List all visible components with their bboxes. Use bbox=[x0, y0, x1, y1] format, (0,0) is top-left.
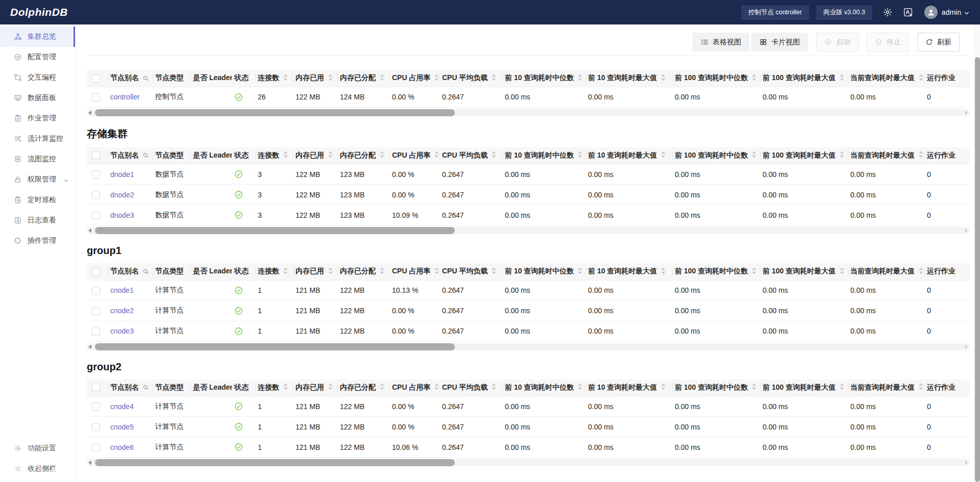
sort-icon[interactable] bbox=[283, 150, 288, 160]
column-header[interactable]: 前 10 查询耗时最大值 bbox=[586, 147, 673, 164]
sort-icon[interactable] bbox=[491, 267, 497, 276]
select-all-checkbox[interactable] bbox=[92, 151, 100, 160]
row-checkbox[interactable] bbox=[92, 211, 100, 219]
language-custom-icon[interactable] bbox=[903, 7, 913, 17]
sort-icon[interactable] bbox=[491, 73, 497, 83]
sidebar-item-stream-computing-monitor[interactable]: 流计算监控 bbox=[0, 129, 75, 149]
card-view-button[interactable]: 卡片视图 bbox=[751, 33, 808, 52]
sort-icon[interactable] bbox=[751, 267, 757, 276]
select-all-checkbox[interactable] bbox=[92, 384, 100, 392]
select-all-checkbox[interactable] bbox=[92, 268, 100, 276]
sort-icon[interactable] bbox=[839, 383, 845, 392]
username-label[interactable]: admin bbox=[942, 8, 961, 16]
sort-icon[interactable] bbox=[434, 73, 439, 83]
user-avatar[interactable] bbox=[924, 6, 938, 19]
sort-icon[interactable] bbox=[491, 383, 497, 392]
table-view-button[interactable]: 表格视图 bbox=[693, 33, 749, 52]
sort-icon[interactable] bbox=[918, 73, 924, 83]
sort-icon[interactable] bbox=[434, 267, 439, 276]
sort-icon[interactable] bbox=[379, 150, 385, 160]
column-header[interactable]: 前 10 查询耗时最大值 bbox=[586, 263, 673, 280]
sort-icon[interactable] bbox=[751, 383, 757, 392]
column-header[interactable]: 前 10 查询耗时最大值 bbox=[586, 379, 673, 396]
sidebar-item-stream-graph-monitor[interactable]: 流图监控 bbox=[0, 149, 75, 169]
vertical-scrollbar-track[interactable] bbox=[974, 24, 980, 482]
node-link[interactable]: dnode2 bbox=[110, 191, 134, 199]
sort-icon[interactable] bbox=[577, 150, 583, 160]
column-header[interactable]: 内存已分配 bbox=[338, 263, 390, 280]
sidebar-item-scheduled-inspection[interactable]: 定时巡检 bbox=[0, 190, 75, 210]
column-header[interactable]: 前 100 查询耗时中位数 bbox=[673, 70, 761, 87]
column-header[interactable]: 连接数 bbox=[256, 379, 293, 396]
column-header[interactable]: 前 100 查询耗时中位数 bbox=[673, 147, 761, 164]
node-link[interactable]: cnode2 bbox=[110, 307, 134, 315]
sidebar-item-config-management[interactable]: 配置管理 bbox=[0, 47, 75, 67]
horizontal-scrollbar-track[interactable] bbox=[87, 459, 970, 466]
scroll-right-arrow-icon[interactable] bbox=[965, 345, 968, 349]
sort-icon[interactable] bbox=[751, 73, 757, 83]
user-chevron-down-icon[interactable] bbox=[964, 9, 970, 15]
sort-icon[interactable] bbox=[577, 267, 583, 276]
sort-icon[interactable] bbox=[379, 267, 385, 276]
sort-icon[interactable] bbox=[660, 267, 666, 276]
row-checkbox[interactable] bbox=[92, 191, 100, 199]
sort-icon[interactable] bbox=[491, 150, 497, 160]
column-header[interactable]: 连接数 bbox=[256, 263, 293, 280]
column-header[interactable]: 前 100 查询耗时中位数 bbox=[673, 379, 761, 396]
column-header[interactable]: CPU 平均负载 bbox=[440, 379, 503, 396]
column-header[interactable]: CPU 占用率 bbox=[390, 147, 440, 164]
column-header[interactable]: 前 100 查询耗时最大值 bbox=[761, 70, 848, 87]
sort-icon[interactable] bbox=[328, 73, 333, 83]
column-header[interactable]: 前 10 查询耗时中位数 bbox=[503, 379, 586, 396]
column-header[interactable]: 前 100 查询耗时中位数 bbox=[673, 263, 761, 280]
horizontal-scrollbar-thumb[interactable] bbox=[95, 109, 455, 116]
column-header[interactable]: 连接数 bbox=[256, 70, 293, 87]
sort-icon[interactable] bbox=[328, 267, 333, 276]
scroll-left-arrow-icon[interactable] bbox=[88, 111, 91, 115]
column-header[interactable]: 当前查询耗时最大值 bbox=[848, 263, 925, 280]
gear-icon[interactable] bbox=[883, 7, 893, 17]
node-link[interactable]: controller bbox=[110, 93, 140, 101]
column-header[interactable]: 内存已分配 bbox=[338, 70, 390, 87]
column-header[interactable]: 前 10 查询耗时中位数 bbox=[503, 263, 586, 280]
row-checkbox[interactable] bbox=[92, 307, 100, 315]
node-link[interactable]: cnode6 bbox=[110, 443, 134, 451]
node-link[interactable]: cnode5 bbox=[110, 423, 134, 431]
search-icon[interactable] bbox=[142, 268, 149, 275]
column-header[interactable]: 前 100 查询耗时最大值 bbox=[761, 263, 848, 280]
scroll-left-arrow-icon[interactable] bbox=[88, 345, 91, 349]
column-header[interactable]: 当前查询耗时最大值 bbox=[848, 379, 925, 396]
scroll-right-arrow-icon[interactable] bbox=[965, 461, 968, 465]
search-icon[interactable] bbox=[142, 152, 149, 159]
sort-icon[interactable] bbox=[283, 267, 288, 276]
node-link[interactable]: cnode1 bbox=[110, 286, 134, 294]
column-header[interactable]: CPU 占用率 bbox=[390, 379, 440, 396]
sort-icon[interactable] bbox=[577, 73, 583, 83]
sort-icon[interactable] bbox=[328, 383, 333, 392]
sort-icon[interactable] bbox=[751, 150, 757, 160]
sort-icon[interactable] bbox=[434, 383, 439, 392]
row-checkbox[interactable] bbox=[92, 93, 100, 102]
horizontal-scrollbar-track[interactable] bbox=[87, 109, 970, 116]
column-header[interactable]: 内存已用 bbox=[293, 70, 338, 87]
horizontal-scrollbar-thumb[interactable] bbox=[95, 343, 455, 350]
sort-icon[interactable] bbox=[434, 150, 439, 160]
column-header[interactable]: 内存已用 bbox=[293, 379, 338, 396]
scroll-left-arrow-icon[interactable] bbox=[88, 229, 91, 233]
column-header[interactable]: 当前查询耗时最大值 bbox=[848, 147, 925, 164]
sort-icon[interactable] bbox=[379, 383, 385, 392]
column-header[interactable]: 前 10 查询耗时最大值 bbox=[586, 70, 673, 87]
sidebar-item-collapse-sidebar[interactable]: 收起侧栏 bbox=[0, 459, 75, 479]
node-link[interactable]: cnode4 bbox=[110, 402, 134, 411]
sidebar-item-data-dashboard[interactable]: 数据面板 bbox=[0, 88, 75, 108]
row-checkbox[interactable] bbox=[92, 443, 100, 451]
sidebar-item-feature-settings[interactable]: 功能设置 bbox=[0, 438, 75, 459]
horizontal-scrollbar-thumb[interactable] bbox=[95, 227, 455, 234]
row-checkbox[interactable] bbox=[92, 402, 100, 411]
column-header[interactable]: CPU 平均负载 bbox=[440, 70, 503, 87]
node-link[interactable]: dnode1 bbox=[110, 170, 134, 179]
column-header[interactable]: CPU 占用率 bbox=[390, 263, 440, 280]
column-header[interactable]: 内存已分配 bbox=[338, 147, 390, 164]
scroll-left-arrow-icon[interactable] bbox=[88, 461, 91, 465]
select-all-checkbox[interactable] bbox=[92, 74, 100, 83]
